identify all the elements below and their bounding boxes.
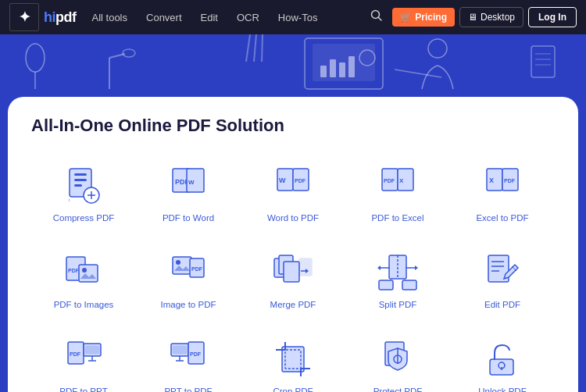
svg-rect-24: [74, 173, 87, 176]
svg-rect-11: [339, 62, 345, 77]
pricing-button[interactable]: 🛒 Pricing: [392, 8, 455, 27]
svg-rect-59: [173, 257, 191, 274]
nav-ocr[interactable]: OCR: [229, 9, 267, 27]
svg-text:PDF: PDF: [70, 351, 81, 357]
tool-item-compress-pdf[interactable]: ↕ Compress PDF: [31, 155, 136, 235]
pdf-to-word-label: PDF to Word: [163, 212, 214, 224]
tool-item-pdf-to-ppt[interactable]: PDF PDF to PPT: [31, 328, 136, 392]
edit-pdf-icon: [482, 252, 523, 293]
pdf-to-excel-icon: PDF X: [377, 166, 418, 206]
wondershare-logo: ✦: [9, 3, 39, 31]
nav-all-tools[interactable]: All tools: [84, 9, 135, 27]
tool-item-merge-pdf[interactable]: Merge PDF: [241, 241, 345, 322]
nav-right: 🛒 Pricing 🖥 Desktop Log In: [366, 6, 577, 28]
logo[interactable]: ✦ hipdf: [9, 3, 76, 31]
svg-line-21: [254, 34, 256, 62]
tool-item-image-to-pdf[interactable]: PDF Image to PDF: [136, 241, 241, 322]
compress-pdf-label: Compress PDF: [53, 212, 115, 224]
tool-item-protect-pdf[interactable]: Protect PDF: [345, 328, 450, 392]
login-button[interactable]: Log In: [528, 7, 577, 27]
svg-text:PDF: PDF: [191, 266, 203, 272]
tool-item-excel-to-pdf[interactable]: X PDF Excel to PDF: [450, 155, 555, 235]
svg-rect-16: [531, 46, 555, 77]
svg-rect-10: [330, 59, 336, 77]
protect-pdf-label: Protect PDF: [373, 386, 423, 392]
split-pdf-icon: [377, 252, 418, 293]
search-icon[interactable]: [366, 6, 388, 28]
tool-item-crop-pdf[interactable]: Crop PDF: [241, 328, 345, 392]
svg-rect-93: [173, 346, 187, 354]
svg-line-22: [262, 34, 263, 62]
pdf-to-excel-label: PDF to Excel: [371, 212, 423, 224]
svg-point-60: [176, 260, 180, 265]
svg-text:W: W: [188, 179, 195, 186]
svg-text:X: X: [489, 176, 494, 184]
tool-grid: ↕ Compress PDF PDF W PDF to Word W PDF W…: [31, 155, 555, 392]
ppt-to-pdf-label: PPT to PDF: [164, 386, 212, 392]
svg-text:W: W: [279, 176, 286, 184]
nav-convert[interactable]: Convert: [138, 9, 190, 27]
image-to-pdf-icon: PDF: [168, 252, 209, 293]
crop-pdf-icon: [273, 339, 313, 380]
unlock-pdf-label: Unlock PDF: [478, 386, 526, 392]
nav-edit[interactable]: Edit: [193, 9, 226, 27]
nav-how-tos[interactable]: How-Tos: [270, 9, 326, 27]
svg-rect-12: [348, 56, 355, 77]
desktop-icon: 🖥: [468, 12, 477, 23]
tool-item-unlock-pdf[interactable]: Unlock PDF: [450, 328, 555, 392]
pdf-to-ppt-label: PDF to PPT: [59, 386, 107, 392]
svg-text:PDF: PDF: [384, 178, 395, 184]
tool-item-pdf-to-word[interactable]: PDF W PDF to Word: [136, 155, 241, 235]
image-to-pdf-label: Image to PDF: [161, 299, 216, 311]
svg-rect-89: [85, 346, 99, 354]
svg-marker-76: [415, 265, 418, 270]
hipdf-logo: hipdf: [44, 9, 76, 26]
hero-decoration: [0, 34, 586, 97]
svg-rect-67: [284, 262, 299, 282]
svg-text:X: X: [399, 177, 404, 184]
protect-pdf-icon: [377, 339, 418, 380]
tool-item-edit-pdf[interactable]: Edit PDF: [450, 241, 555, 322]
svg-text:PDF: PDF: [190, 351, 202, 357]
svg-rect-57: [79, 265, 98, 282]
svg-text:PDF: PDF: [504, 178, 516, 184]
svg-line-20: [246, 34, 250, 62]
pdf-to-word-icon: PDF W: [168, 166, 209, 206]
pdf-to-ppt-icon: PDF: [63, 339, 104, 380]
hero-section: [0, 34, 586, 97]
split-pdf-label: Split PDF: [379, 299, 417, 311]
word-to-pdf-label: Word to PDF: [267, 212, 319, 224]
merge-pdf-icon: [273, 252, 313, 293]
crop-pdf-label: Crop PDF: [273, 386, 313, 392]
page-title: All-In-One Online PDF Solution: [31, 116, 555, 136]
merge-pdf-label: Merge PDF: [270, 299, 316, 311]
navbar: ✦ hipdf All tools Convert Edit OCR How-T…: [0, 0, 586, 34]
tool-item-word-to-pdf[interactable]: W PDF Word to PDF: [241, 155, 345, 235]
ppt-to-pdf-icon: PDF: [168, 339, 209, 380]
edit-pdf-label: Edit PDF: [484, 299, 520, 311]
tool-item-ppt-to-pdf[interactable]: PDF PPT to PDF: [136, 328, 241, 392]
pdf-to-images-label: PDF to Images: [54, 299, 114, 311]
svg-text:PDF: PDF: [68, 268, 80, 273]
desktop-button[interactable]: 🖥 Desktop: [459, 7, 523, 27]
svg-point-14: [428, 39, 447, 58]
svg-point-58: [82, 268, 87, 273]
svg-rect-77: [379, 280, 393, 290]
nav-links: All tools Convert Edit OCR How-Tos: [84, 9, 366, 27]
tool-item-split-pdf[interactable]: Split PDF: [345, 241, 450, 322]
hipdf-hi: hi: [44, 9, 55, 25]
svg-point-2: [26, 44, 45, 72]
hipdf-pdf: pdf: [55, 9, 76, 25]
excel-to-pdf-icon: X PDF: [482, 166, 523, 206]
svg-rect-78: [402, 280, 416, 290]
svg-rect-26: [74, 184, 82, 187]
cart-icon: 🛒: [400, 12, 412, 23]
svg-line-1: [379, 18, 382, 21]
main-card: All-In-One Online PDF Solution ↕ Compres…: [8, 97, 578, 392]
tool-item-pdf-to-images[interactable]: PDF PDF to Images: [31, 241, 136, 322]
unlock-pdf-icon: [482, 339, 523, 380]
compress-pdf-icon: ↕: [63, 166, 104, 206]
pricing-label: Pricing: [415, 12, 447, 23]
tool-item-pdf-to-excel[interactable]: PDF X PDF to Excel: [345, 155, 450, 235]
svg-rect-70: [299, 258, 312, 276]
